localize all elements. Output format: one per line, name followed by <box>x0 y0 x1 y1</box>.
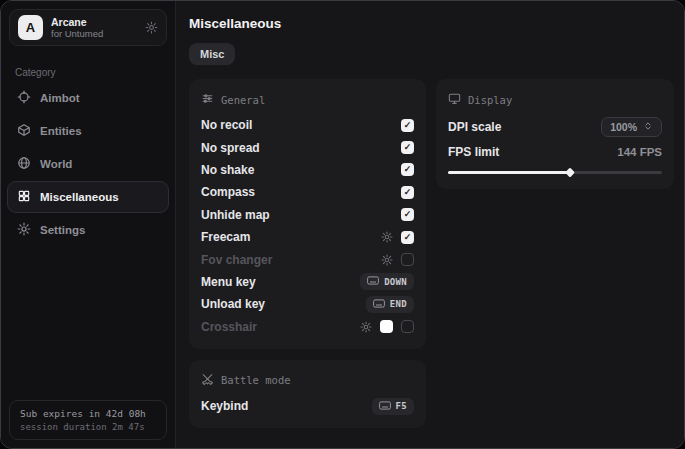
checkbox-checked[interactable]: ✓ <box>401 231 414 244</box>
keybind-button[interactable]: END <box>366 296 414 313</box>
sidebar-item-label: Aimbot <box>40 92 80 104</box>
setting-label: FPS limit <box>448 145 499 159</box>
sliders-icon <box>201 92 214 107</box>
sidebar-item-label: Settings <box>40 224 85 236</box>
setting-label: No shake <box>201 163 254 177</box>
keyboard-icon <box>379 401 391 412</box>
sidebar-item-miscellaneous[interactable]: Miscellaneous <box>7 181 169 213</box>
fps-limit-slider[interactable] <box>448 167 662 178</box>
setting-row-no-spread: No spread ✓ <box>201 136 414 158</box>
sidebar-item-settings[interactable]: Settings <box>7 214 169 246</box>
keybind-value: END <box>390 299 407 309</box>
session-duration-text: session duration 2m 47s <box>20 422 156 432</box>
display-panel-header: Display <box>448 92 662 107</box>
keyboard-icon <box>367 276 379 287</box>
setting-label: Crosshair <box>201 320 257 334</box>
sidebar-item-world[interactable]: World <box>7 148 169 180</box>
setting-row-compass: Compass ✓ <box>201 181 414 203</box>
setting-row-no-shake: No shake ✓ <box>201 159 414 181</box>
checkbox-unchecked[interactable] <box>401 320 414 333</box>
setting-label: No recoil <box>201 118 252 132</box>
setting-label: Keybind <box>201 399 248 413</box>
app-window: A Arcane for Untumed Category Aimbot Ent… <box>0 0 685 449</box>
header-gear-icon[interactable] <box>145 21 158 34</box>
slider-fill <box>448 171 570 174</box>
checkbox-checked[interactable]: ✓ <box>401 163 414 176</box>
gear-icon[interactable] <box>381 254 393 266</box>
sidebar: A Arcane for Untumed Category Aimbot Ent… <box>1 1 176 448</box>
app-name: Arcane <box>51 16 103 29</box>
app-title-block: Arcane for Untumed <box>51 16 103 40</box>
gear-icon[interactable] <box>381 231 393 243</box>
keybind-value: F5 <box>396 401 407 411</box>
checkbox-checked[interactable]: ✓ <box>401 208 414 221</box>
panel-title: Display <box>468 94 512 106</box>
setting-label: No spread <box>201 141 260 155</box>
gear-icon[interactable] <box>360 321 372 333</box>
general-panel: General No recoil ✓ No spread ✓ No shake… <box>189 79 426 349</box>
general-panel-header: General <box>201 92 414 107</box>
setting-label: Fov changer <box>201 253 272 267</box>
app-logo: A <box>18 15 43 40</box>
app-subtitle: for Untumed <box>51 28 103 39</box>
sidebar-item-entities[interactable]: Entities <box>7 115 169 147</box>
grid-icon <box>17 189 31 205</box>
cube-icon <box>17 123 31 139</box>
setting-label: Unload key <box>201 297 265 311</box>
checkbox-checked[interactable]: ✓ <box>401 186 414 199</box>
checkbox-checked[interactable]: ✓ <box>401 141 414 154</box>
setting-row-fps-limit: FPS limit 144 FPS <box>448 139 662 164</box>
setting-row-no-recoil: No recoil ✓ <box>201 114 414 136</box>
setting-row-unload-key: Unload key END <box>201 293 414 315</box>
sidebar-item-label: Miscellaneous <box>40 191 119 203</box>
checkbox-unchecked[interactable] <box>401 253 414 266</box>
sidebar-nav: Aimbot Entities World Miscellaneous Sett… <box>1 81 175 246</box>
setting-row-menu-key: Menu key DOWN <box>201 271 414 293</box>
setting-label: DPI scale <box>448 120 501 134</box>
swords-icon <box>201 373 214 388</box>
display-panel: Display DPI scale 100% FPS limit 144 FPS <box>436 79 674 189</box>
dpi-scale-select[interactable]: 100% <box>601 117 662 137</box>
chevron-updown-icon <box>643 121 653 133</box>
setting-row-crosshair: Crosshair <box>201 316 414 338</box>
keybind-value: DOWN <box>384 277 407 287</box>
sub-expires-text: Sub expires in 42d 08h <box>20 408 156 419</box>
dpi-scale-value: 100% <box>610 121 637 133</box>
subscription-card: Sub expires in 42d 08h session duration … <box>9 400 167 440</box>
monitor-icon <box>448 92 461 107</box>
keybind-button[interactable]: DOWN <box>360 273 414 290</box>
battle-mode-panel: Battle mode Keybind F5 <box>189 360 426 428</box>
keybind-button[interactable]: F5 <box>372 398 414 415</box>
sidebar-item-label: Entities <box>40 125 82 137</box>
panel-title: Battle mode <box>221 374 291 386</box>
page-title: Miscellaneous <box>189 16 674 31</box>
checkbox-checked[interactable]: ✓ <box>401 119 414 132</box>
tab-misc[interactable]: Misc <box>189 43 235 65</box>
slider-thumb[interactable] <box>565 168 575 178</box>
setting-row-fov-changer: Fov changer <box>201 248 414 270</box>
main-content: Miscellaneous Misc General No recoil ✓ N… <box>176 1 685 448</box>
gear-icon <box>17 222 31 238</box>
setting-label: Compass <box>201 185 255 199</box>
keyboard-icon <box>373 299 385 310</box>
crosshair-icon <box>17 90 31 106</box>
sidebar-item-label: World <box>40 158 72 170</box>
setting-row-keybind: Keybind F5 <box>201 395 414 417</box>
setting-row-dpi-scale: DPI scale 100% <box>448 114 662 139</box>
app-header-card: A Arcane for Untumed <box>9 9 167 46</box>
setting-label: Unhide map <box>201 208 270 222</box>
category-label: Category <box>15 67 161 78</box>
setting-row-unhide-map: Unhide map ✓ <box>201 204 414 226</box>
sidebar-item-aimbot[interactable]: Aimbot <box>7 82 169 114</box>
setting-row-freecam: Freecam ✓ <box>201 226 414 248</box>
battle-mode-panel-header: Battle mode <box>201 373 414 388</box>
color-swatch[interactable] <box>380 320 393 333</box>
setting-label: Menu key <box>201 275 256 289</box>
globe-icon <box>17 156 31 172</box>
panel-title: General <box>221 94 265 106</box>
fps-limit-value: 144 FPS <box>617 146 662 158</box>
setting-label: Freecam <box>201 230 250 244</box>
